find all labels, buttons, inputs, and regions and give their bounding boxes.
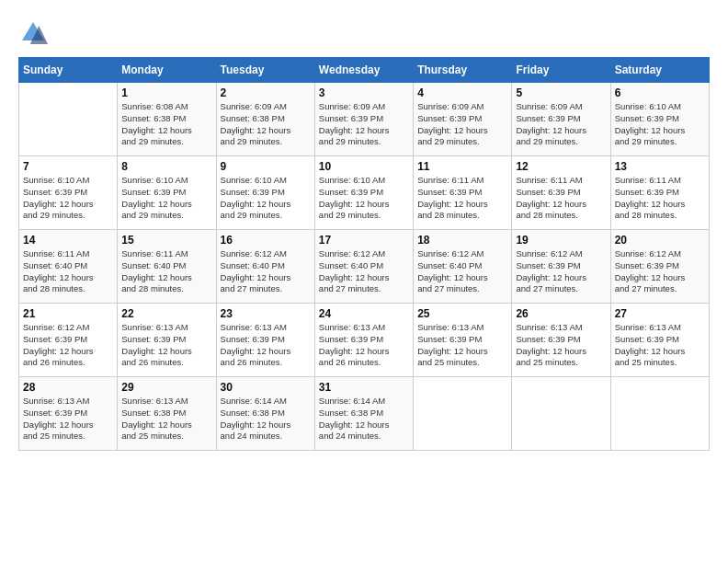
calendar-cell: 3Sunrise: 6:09 AM Sunset: 6:39 PM Daylig… [314, 83, 413, 156]
day-number: 24 [319, 307, 409, 320]
day-info: Sunrise: 6:10 AM Sunset: 6:39 PM Dayligh… [319, 175, 409, 222]
day-info: Sunrise: 6:11 AM Sunset: 6:39 PM Dayligh… [417, 175, 507, 222]
day-number: 20 [615, 234, 705, 247]
calendar-cell: 13Sunrise: 6:11 AM Sunset: 6:39 PM Dayli… [610, 156, 709, 230]
calendar-cell: 14Sunrise: 6:11 AM Sunset: 6:40 PM Dayli… [19, 230, 118, 304]
day-info: Sunrise: 6:12 AM Sunset: 6:40 PM Dayligh… [319, 248, 409, 295]
calendar-cell [610, 377, 709, 451]
day-number: 9 [221, 160, 311, 173]
day-number: 3 [319, 86, 409, 99]
calendar-week-2: 7Sunrise: 6:10 AM Sunset: 6:39 PM Daylig… [19, 156, 710, 230]
day-number: 28 [23, 381, 113, 394]
day-info: Sunrise: 6:13 AM Sunset: 6:39 PM Dayligh… [516, 322, 606, 369]
day-number: 22 [121, 307, 211, 320]
calendar-cell: 27Sunrise: 6:13 AM Sunset: 6:39 PM Dayli… [610, 304, 709, 377]
day-number: 30 [221, 381, 311, 394]
day-number: 17 [319, 234, 409, 247]
logo-icon [18, 18, 48, 48]
day-number: 19 [516, 234, 606, 247]
day-info: Sunrise: 6:12 AM Sunset: 6:40 PM Dayligh… [417, 248, 507, 295]
day-number: 26 [516, 307, 606, 320]
day-number: 13 [615, 160, 705, 173]
day-number: 8 [121, 160, 211, 173]
day-number: 11 [417, 160, 507, 173]
day-info: Sunrise: 6:14 AM Sunset: 6:38 PM Dayligh… [319, 396, 409, 442]
calendar-cell: 28Sunrise: 6:13 AM Sunset: 6:39 PM Dayli… [19, 377, 118, 451]
day-info: Sunrise: 6:11 AM Sunset: 6:39 PM Dayligh… [615, 175, 705, 222]
calendar-cell: 19Sunrise: 6:12 AM Sunset: 6:39 PM Dayli… [512, 230, 610, 304]
calendar-week-1: 1Sunrise: 6:08 AM Sunset: 6:38 PM Daylig… [19, 83, 710, 156]
calendar-cell: 18Sunrise: 6:12 AM Sunset: 6:40 PM Dayli… [414, 230, 512, 304]
day-number: 18 [417, 234, 507, 247]
calendar-cell: 11Sunrise: 6:11 AM Sunset: 6:39 PM Dayli… [414, 156, 512, 230]
calendar-cell: 16Sunrise: 6:12 AM Sunset: 6:40 PM Dayli… [216, 230, 314, 304]
day-info: Sunrise: 6:12 AM Sunset: 6:40 PM Dayligh… [221, 248, 311, 295]
calendar-cell: 8Sunrise: 6:10 AM Sunset: 6:39 PM Daylig… [118, 156, 216, 230]
calendar-cell: 29Sunrise: 6:13 AM Sunset: 6:38 PM Dayli… [118, 377, 216, 451]
header-row: SundayMondayTuesdayWednesdayThursdayFrid… [19, 58, 710, 83]
calendar-cell: 7Sunrise: 6:10 AM Sunset: 6:39 PM Daylig… [19, 156, 118, 230]
calendar-week-5: 28Sunrise: 6:13 AM Sunset: 6:39 PM Dayli… [19, 377, 710, 451]
day-info: Sunrise: 6:10 AM Sunset: 6:39 PM Dayligh… [615, 101, 705, 148]
day-info: Sunrise: 6:13 AM Sunset: 6:39 PM Dayligh… [23, 396, 113, 442]
calendar-cell: 6Sunrise: 6:10 AM Sunset: 6:39 PM Daylig… [610, 83, 709, 156]
day-info: Sunrise: 6:11 AM Sunset: 6:39 PM Dayligh… [516, 175, 606, 222]
calendar-table: SundayMondayTuesdayWednesdayThursdayFrid… [18, 57, 710, 451]
calendar-cell: 4Sunrise: 6:09 AM Sunset: 6:39 PM Daylig… [414, 83, 512, 156]
day-number: 21 [23, 307, 113, 320]
header-cell-sunday: Sunday [19, 58, 118, 83]
day-number: 1 [121, 86, 211, 99]
calendar-header: SundayMondayTuesdayWednesdayThursdayFrid… [19, 58, 710, 83]
calendar-cell: 25Sunrise: 6:13 AM Sunset: 6:39 PM Dayli… [414, 304, 512, 377]
calendar-cell: 12Sunrise: 6:11 AM Sunset: 6:39 PM Dayli… [512, 156, 610, 230]
header-cell-monday: Monday [118, 58, 216, 83]
calendar-cell: 23Sunrise: 6:13 AM Sunset: 6:39 PM Dayli… [216, 304, 314, 377]
day-info: Sunrise: 6:10 AM Sunset: 6:39 PM Dayligh… [221, 175, 311, 222]
day-info: Sunrise: 6:09 AM Sunset: 6:39 PM Dayligh… [516, 101, 606, 148]
calendar-cell: 17Sunrise: 6:12 AM Sunset: 6:40 PM Dayli… [314, 230, 413, 304]
day-number: 12 [516, 160, 606, 173]
calendar-cell: 20Sunrise: 6:12 AM Sunset: 6:39 PM Dayli… [610, 230, 709, 304]
day-info: Sunrise: 6:10 AM Sunset: 6:39 PM Dayligh… [23, 175, 113, 222]
day-info: Sunrise: 6:11 AM Sunset: 6:40 PM Dayligh… [121, 248, 211, 295]
day-info: Sunrise: 6:12 AM Sunset: 6:39 PM Dayligh… [516, 248, 606, 295]
calendar-week-3: 14Sunrise: 6:11 AM Sunset: 6:40 PM Dayli… [19, 230, 710, 304]
header-cell-tuesday: Tuesday [216, 58, 314, 83]
calendar-cell [512, 377, 610, 451]
day-info: Sunrise: 6:10 AM Sunset: 6:39 PM Dayligh… [121, 175, 211, 222]
day-info: Sunrise: 6:08 AM Sunset: 6:38 PM Dayligh… [121, 101, 211, 148]
header-cell-saturday: Saturday [610, 58, 709, 83]
day-number: 10 [319, 160, 409, 173]
day-info: Sunrise: 6:13 AM Sunset: 6:39 PM Dayligh… [221, 322, 311, 369]
day-number: 7 [23, 160, 113, 173]
calendar-week-4: 21Sunrise: 6:12 AM Sunset: 6:39 PM Dayli… [19, 304, 710, 377]
day-number: 15 [121, 234, 211, 247]
day-info: Sunrise: 6:09 AM Sunset: 6:39 PM Dayligh… [417, 101, 507, 148]
day-number: 14 [23, 234, 113, 247]
day-info: Sunrise: 6:13 AM Sunset: 6:39 PM Dayligh… [319, 322, 409, 369]
calendar-cell: 24Sunrise: 6:13 AM Sunset: 6:39 PM Dayli… [314, 304, 413, 377]
day-number: 27 [615, 307, 705, 320]
day-number: 2 [221, 86, 311, 99]
day-number: 4 [417, 86, 507, 99]
calendar-cell: 1Sunrise: 6:08 AM Sunset: 6:38 PM Daylig… [118, 83, 216, 156]
day-info: Sunrise: 6:12 AM Sunset: 6:39 PM Dayligh… [615, 248, 705, 295]
page-header [18, 18, 710, 48]
day-info: Sunrise: 6:13 AM Sunset: 6:38 PM Dayligh… [121, 396, 211, 442]
day-number: 5 [516, 86, 606, 99]
calendar-cell: 10Sunrise: 6:10 AM Sunset: 6:39 PM Dayli… [314, 156, 413, 230]
day-number: 31 [319, 381, 409, 394]
day-info: Sunrise: 6:13 AM Sunset: 6:39 PM Dayligh… [417, 322, 507, 369]
day-info: Sunrise: 6:12 AM Sunset: 6:39 PM Dayligh… [23, 322, 113, 369]
day-info: Sunrise: 6:09 AM Sunset: 6:38 PM Dayligh… [221, 101, 311, 148]
logo [18, 18, 51, 48]
day-number: 23 [221, 307, 311, 320]
calendar-body: 1Sunrise: 6:08 AM Sunset: 6:38 PM Daylig… [19, 83, 710, 451]
day-info: Sunrise: 6:14 AM Sunset: 6:38 PM Dayligh… [221, 396, 311, 442]
calendar-cell: 30Sunrise: 6:14 AM Sunset: 6:38 PM Dayli… [216, 377, 314, 451]
day-info: Sunrise: 6:11 AM Sunset: 6:40 PM Dayligh… [23, 248, 113, 295]
calendar-cell: 31Sunrise: 6:14 AM Sunset: 6:38 PM Dayli… [314, 377, 413, 451]
day-number: 29 [121, 381, 211, 394]
header-cell-wednesday: Wednesday [314, 58, 413, 83]
day-info: Sunrise: 6:09 AM Sunset: 6:39 PM Dayligh… [319, 101, 409, 148]
